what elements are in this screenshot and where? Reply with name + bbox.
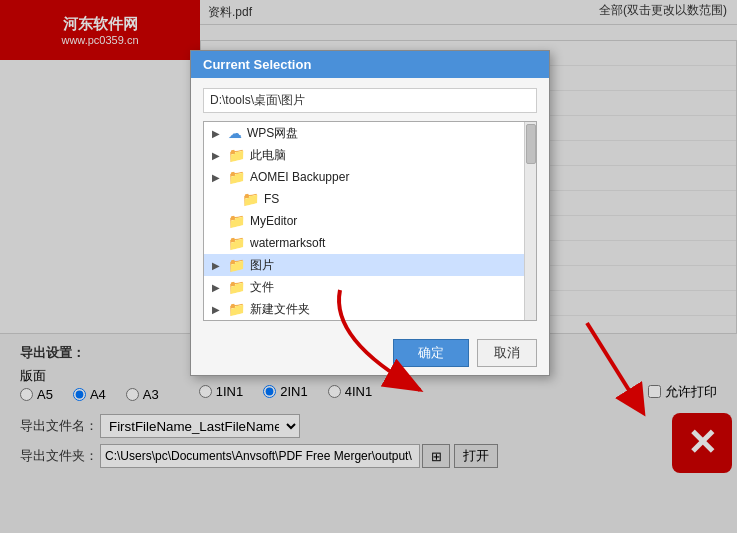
tree-arrow-aomei: ▶ <box>212 172 224 183</box>
tree-item-fs[interactable]: 📁 FS <box>204 188 536 210</box>
folder-icon-pc: 📁 <box>228 147 245 163</box>
tree-arrow-pc: ▶ <box>212 150 224 161</box>
folder-icon-aomei: 📁 <box>228 169 245 185</box>
file-tree[interactable]: ▶ ☁ WPS网盘 ▶ 📁 此电脑 ▶ 📁 AOMEI Backupper 📁 … <box>203 121 537 321</box>
tree-label-pictures: 图片 <box>250 257 274 274</box>
tree-arrow-wps: ▶ <box>212 128 224 139</box>
folder-icon-fs: 📁 <box>242 191 259 207</box>
folder-icon-newfolder: 📁 <box>228 301 245 317</box>
tree-item-aomei[interactable]: ▶ 📁 AOMEI Backupper <box>204 166 536 188</box>
tree-arrow-watermarksoft <box>212 238 224 249</box>
folder-icon-files: 📁 <box>228 279 245 295</box>
folder-icon-myeditor: 📁 <box>228 213 245 229</box>
tree-item-pc[interactable]: ▶ 📁 此电脑 <box>204 144 536 166</box>
cancel-button[interactable]: 取消 <box>477 339 537 367</box>
tree-label-newfolder: 新建文件夹 <box>250 301 310 318</box>
tree-label-fs: FS <box>264 192 279 206</box>
tree-label-files: 文件 <box>250 279 274 296</box>
dialog-title-bar: Current Selection <box>191 51 549 78</box>
dialog-title: Current Selection <box>203 57 311 72</box>
folder-icon-wps: ☁ <box>228 125 242 141</box>
folder-icon-watermarksoft: 📁 <box>228 235 245 251</box>
tree-arrow-myeditor <box>212 216 224 227</box>
tree-item-newfolder[interactable]: ▶ 📁 新建文件夹 <box>204 298 536 320</box>
tree-item-pictures[interactable]: ▶ 📁 图片 <box>204 254 536 276</box>
tree-label-pc: 此电脑 <box>250 147 286 164</box>
tree-arrow-fs <box>226 194 238 205</box>
tree-item-newfolder3[interactable]: ▶ 📁 新建文件夹 (3) <box>204 320 536 321</box>
scrollbar-thumb[interactable] <box>526 124 536 164</box>
scrollbar[interactable] <box>524 122 536 320</box>
tree-item-myeditor[interactable]: 📁 MyEditor <box>204 210 536 232</box>
current-path-display: D:\tools\桌面\图片 <box>203 88 537 113</box>
confirm-button[interactable]: 确定 <box>393 339 469 367</box>
tree-item-files[interactable]: ▶ 📁 文件 <box>204 276 536 298</box>
tree-label-wps: WPS网盘 <box>247 125 298 142</box>
dialog-buttons: 确定 取消 <box>191 331 549 375</box>
dialog-content: D:\tools\桌面\图片 ▶ ☁ WPS网盘 ▶ 📁 此电脑 ▶ 📁 AOM… <box>191 78 549 331</box>
tree-arrow-newfolder: ▶ <box>212 304 224 315</box>
folder-picker-dialog: Current Selection D:\tools\桌面\图片 ▶ ☁ WPS… <box>190 50 550 376</box>
folder-icon-pictures: 📁 <box>228 257 245 273</box>
tree-label-watermarksoft: watermarksoft <box>250 236 325 250</box>
tree-item-wps[interactable]: ▶ ☁ WPS网盘 <box>204 122 536 144</box>
tree-item-watermarksoft[interactable]: 📁 watermarksoft <box>204 232 536 254</box>
tree-arrow-files: ▶ <box>212 282 224 293</box>
tree-arrow-pictures: ▶ <box>212 260 224 271</box>
tree-label-myeditor: MyEditor <box>250 214 297 228</box>
tree-label-aomei: AOMEI Backupper <box>250 170 349 184</box>
